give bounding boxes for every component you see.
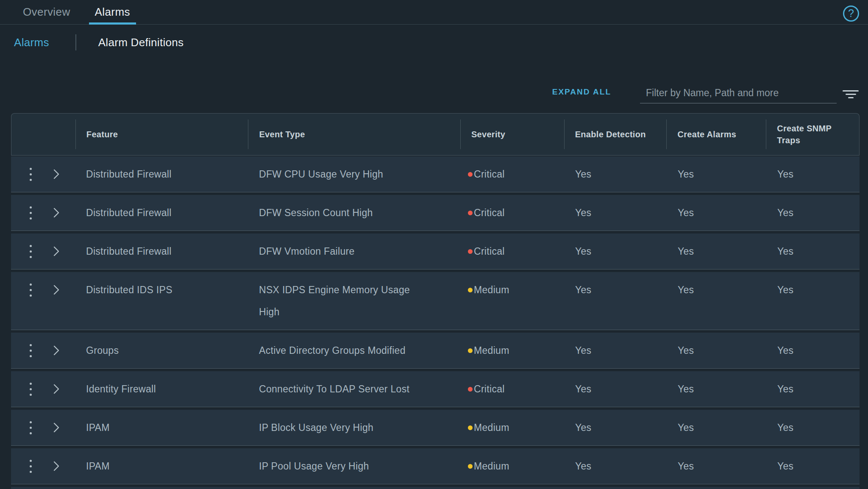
cell-severity: Critical xyxy=(460,371,564,407)
cell-event-type: Connectivity To LDAP Server Lost xyxy=(248,371,460,407)
severity-label: Medium xyxy=(474,345,509,356)
severity-dot-icon xyxy=(468,288,473,292)
cell-create-alarms: Yes xyxy=(667,410,766,445)
breadcrumb-alarms-link[interactable]: Alarms xyxy=(14,36,49,49)
row-menu-button[interactable] xyxy=(27,205,34,221)
cell-create-snmp-traps: Yes xyxy=(766,156,860,192)
severity-label: Critical xyxy=(474,169,505,180)
cell-severity: Medium xyxy=(460,272,564,308)
row-expand-chevron[interactable] xyxy=(53,422,60,433)
header-cell-actions xyxy=(11,114,75,155)
cell-create-alarms: Yes xyxy=(667,371,766,407)
filter-input[interactable] xyxy=(640,87,837,103)
header-cell-create-alarms: Create Alarms xyxy=(666,114,766,155)
cell-enable-detection: Yes xyxy=(564,156,667,192)
cell-create-snmp-traps: Yes xyxy=(766,448,860,484)
severity-dot-icon xyxy=(468,172,473,177)
cell-severity: Critical xyxy=(460,195,564,231)
row-expand-chevron[interactable] xyxy=(53,383,60,395)
row-actions-cell xyxy=(11,333,75,368)
cell-create-snmp-traps: Yes xyxy=(766,195,860,231)
tab-alarms[interactable]: Alarms xyxy=(89,0,136,24)
cell-feature: Distributed IDS IPS xyxy=(75,272,248,308)
severity-label: Medium xyxy=(474,461,509,472)
cell-event-type: IP Block Usage Very High xyxy=(248,410,460,445)
cell-feature: Groups xyxy=(75,333,248,368)
header-cell-enable-detection: Enable Detection xyxy=(564,114,667,155)
cell-create-snmp-traps: Yes xyxy=(766,371,860,407)
row-expand-chevron[interactable] xyxy=(53,169,60,180)
cell-event-type: IP Pool Usage Very High xyxy=(248,448,460,484)
chevron-right-icon xyxy=(53,345,60,356)
chevron-right-icon xyxy=(53,383,60,395)
cell-create-alarms: Yes xyxy=(667,195,766,231)
row-expand-chevron[interactable] xyxy=(53,461,60,472)
table-row: Distributed Firewall DFW Session Count H… xyxy=(11,195,860,231)
row-actions-cell xyxy=(11,371,75,407)
filter-icon[interactable] xyxy=(843,90,859,98)
row-menu-button[interactable] xyxy=(27,243,34,260)
chevron-right-icon xyxy=(53,284,60,295)
cell-event-type: DFW CPU Usage Very High xyxy=(248,156,460,192)
severity-label: Critical xyxy=(474,246,505,257)
chevron-right-icon xyxy=(53,169,60,180)
cell-create-alarms: Yes xyxy=(667,156,766,192)
severity-dot-icon xyxy=(468,211,473,215)
cell-severity: Medium xyxy=(460,410,564,445)
cell-enable-detection: Yes xyxy=(564,195,667,231)
cell-feature: IPAM xyxy=(75,448,248,484)
expand-all-button[interactable]: EXPAND ALL xyxy=(552,87,611,97)
cell-create-alarms: Yes xyxy=(667,448,766,484)
row-menu-button[interactable] xyxy=(27,420,34,436)
row-menu-button[interactable] xyxy=(27,282,34,298)
cell-severity: Medium xyxy=(460,333,564,368)
severity-label: Critical xyxy=(474,383,505,395)
row-expand-chevron[interactable] xyxy=(53,284,60,295)
alarm-definitions-table: Feature Event Type Severity Enable Detec… xyxy=(11,113,860,489)
chevron-right-icon xyxy=(53,207,60,218)
table-body: Distributed Firewall DFW CPU Usage Very … xyxy=(11,156,860,489)
cell-event-type: Active Directory Groups Modified xyxy=(248,333,460,368)
cell-enable-detection: Yes xyxy=(564,371,667,407)
row-expand-chevron[interactable] xyxy=(53,207,60,218)
tab-overview[interactable]: Overview xyxy=(17,0,76,24)
cell-enable-detection: Yes xyxy=(564,410,667,445)
cell-feature: Distributed Firewall xyxy=(75,156,248,192)
cell-feature: IPAM xyxy=(75,410,248,445)
severity-label: Medium xyxy=(474,422,509,433)
cell-feature: Identity Firewall xyxy=(75,371,248,407)
cell-enable-detection: Yes xyxy=(564,272,667,308)
cell-event-type: NSX IDPS Engine Memory Usage High xyxy=(248,272,460,330)
cell-create-alarms: Yes xyxy=(667,272,766,308)
severity-dot-icon xyxy=(468,249,473,254)
table-row-partial xyxy=(11,487,860,489)
chevron-right-icon xyxy=(53,422,60,433)
table-header-row: Feature Event Type Severity Enable Detec… xyxy=(11,113,860,156)
cell-feature: Distributed Firewall xyxy=(75,195,248,231)
cell-enable-detection: Yes xyxy=(564,333,667,368)
row-menu-button[interactable] xyxy=(27,458,34,475)
row-menu-button[interactable] xyxy=(27,166,34,183)
cell-create-snmp-traps: Yes xyxy=(766,272,860,308)
row-expand-chevron[interactable] xyxy=(53,246,60,257)
cell-create-alarms: Yes xyxy=(667,233,766,269)
chevron-right-icon xyxy=(53,246,60,257)
breadcrumb-separator xyxy=(75,34,76,50)
table-row: Groups Active Directory Groups Modified … xyxy=(11,333,860,369)
help-icon[interactable]: ? xyxy=(843,6,859,22)
cell-create-snmp-traps: Yes xyxy=(766,410,860,445)
cell-event-type: DFW Vmotion Failure xyxy=(248,233,460,269)
cell-create-snmp-traps: Yes xyxy=(766,333,860,368)
row-actions-cell xyxy=(11,272,75,308)
filter-area xyxy=(640,87,860,103)
severity-dot-icon xyxy=(468,425,473,430)
cell-enable-detection: Yes xyxy=(564,233,667,269)
row-actions-cell xyxy=(11,410,75,445)
table-row: Distributed Firewall DFW CPU Usage Very … xyxy=(11,156,860,192)
severity-label: Critical xyxy=(474,207,505,219)
row-menu-button[interactable] xyxy=(27,342,34,359)
row-menu-button[interactable] xyxy=(27,381,34,397)
severity-dot-icon xyxy=(468,464,473,469)
row-expand-chevron[interactable] xyxy=(53,345,60,356)
cell-create-snmp-traps: Yes xyxy=(766,233,860,269)
